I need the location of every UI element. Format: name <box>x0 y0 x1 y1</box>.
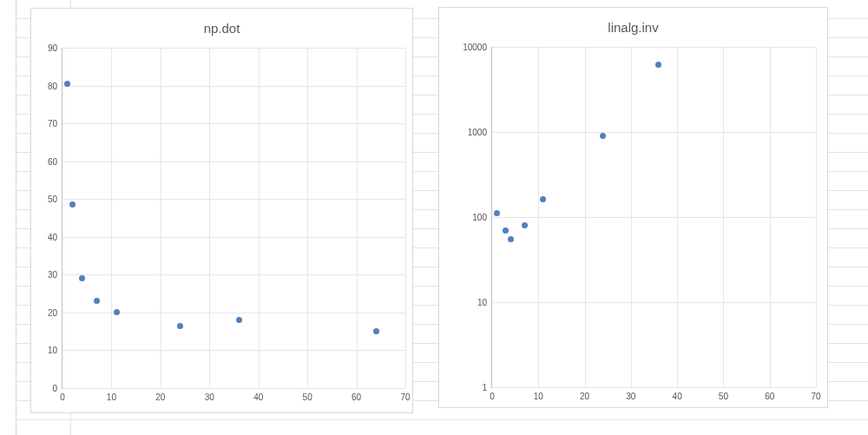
y-tick-label: 1000 <box>444 128 487 137</box>
gridline <box>631 47 632 387</box>
gridline <box>405 48 406 388</box>
x-tick-label: 40 <box>673 392 682 401</box>
gridline <box>62 48 405 49</box>
x-tick-label: 70 <box>811 392 820 401</box>
x-tick-label: 10 <box>107 392 116 402</box>
y-tick-label: 10 <box>444 298 487 307</box>
gridline <box>62 237 405 238</box>
chart-np-dot: np.dot 010203040506070809001020304050607… <box>30 8 413 413</box>
y-tick-label: 10000 <box>444 43 487 52</box>
x-tick-label: 30 <box>626 392 635 401</box>
data-point <box>236 317 242 323</box>
plot-area: 110100100010000010203040506070 <box>491 47 816 388</box>
data-point <box>655 62 661 68</box>
x-tick-label: 50 <box>719 392 728 401</box>
gridline <box>161 48 161 388</box>
x-tick-label: 40 <box>253 392 263 402</box>
gridline <box>492 47 816 48</box>
gridline <box>770 47 771 387</box>
x-tick-label: 0 <box>490 392 495 401</box>
y-tick-label: 70 <box>14 119 57 129</box>
x-tick-label: 20 <box>155 392 165 402</box>
data-point <box>540 196 546 202</box>
data-point <box>79 275 85 281</box>
data-point <box>64 81 70 87</box>
grid-cell <box>16 420 71 435</box>
y-tick-label: 60 <box>14 156 57 166</box>
x-tick-label: 70 <box>400 392 410 402</box>
y-tick-label: 0 <box>14 384 57 393</box>
gridline <box>492 302 816 303</box>
x-tick-label: 10 <box>534 392 543 401</box>
x-tick-label: 60 <box>765 392 774 401</box>
gridline <box>259 48 260 388</box>
chart-linalg-inv: linalg.inv 11010010001000001020304050607… <box>438 7 828 408</box>
y-tick-label: 100 <box>444 213 487 222</box>
data-point <box>494 210 500 216</box>
data-point <box>508 236 514 242</box>
x-tick-label: 30 <box>205 392 214 402</box>
data-point <box>522 222 528 228</box>
gridline <box>62 274 405 275</box>
gridline <box>62 86 405 87</box>
y-tick-label: 50 <box>14 194 57 204</box>
y-tick-label: 40 <box>14 232 57 241</box>
y-tick-label: 20 <box>14 307 57 317</box>
y-tick-label: 90 <box>14 43 57 53</box>
data-point <box>373 328 379 334</box>
data-point <box>69 201 76 208</box>
y-tick-label: 10 <box>14 346 57 355</box>
gridline <box>209 48 210 388</box>
row-header-strip <box>0 0 16 435</box>
gridline <box>357 48 358 388</box>
gridline <box>307 48 308 388</box>
grid-row <box>16 420 868 435</box>
chart-title: np.dot <box>31 21 412 36</box>
data-point <box>177 323 183 329</box>
gridline <box>62 199 405 200</box>
gridline <box>62 161 405 162</box>
gridline <box>538 47 539 387</box>
gridline <box>677 47 678 387</box>
x-tick-label: 20 <box>580 392 589 401</box>
gridline <box>62 350 405 351</box>
gridline <box>492 387 816 388</box>
y-tick-label: 30 <box>14 270 57 280</box>
plot-area: 0102030405060708090010203040506070 <box>62 48 405 389</box>
data-point <box>503 227 509 234</box>
x-tick-label: 50 <box>303 392 312 402</box>
y-tick-label: 1 <box>444 383 487 392</box>
gridline <box>62 388 405 389</box>
y-tick-label: 80 <box>14 81 57 90</box>
gridline <box>111 48 112 388</box>
data-point <box>600 133 606 139</box>
gridline <box>816 47 817 387</box>
gridline <box>585 47 586 387</box>
gridline <box>492 132 816 133</box>
x-tick-label: 60 <box>352 392 361 402</box>
gridline <box>62 123 405 124</box>
gridline <box>723 47 724 387</box>
gridline <box>492 217 816 218</box>
x-tick-label: 0 <box>60 392 65 402</box>
data-point <box>94 298 100 304</box>
chart-title: linalg.inv <box>439 20 827 35</box>
data-point <box>114 309 120 315</box>
